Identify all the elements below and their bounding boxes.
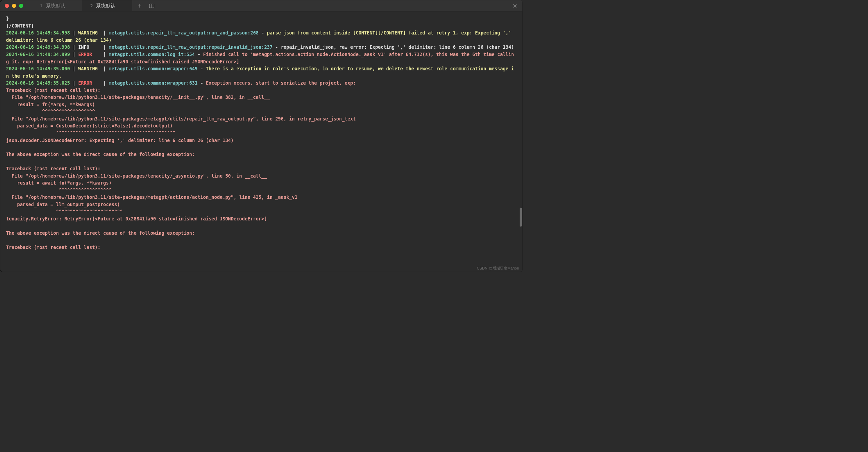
tab-actions [132,3,155,8]
tab-index: 2 [90,3,93,8]
terminal-window: 1 系统默认 2 系统默认 } [/CONTENT] 2024-06-16 14… [0,0,522,272]
log-level: ERROR [78,80,92,86]
split-pane-icon[interactable] [149,3,155,8]
tab-index: 1 [40,3,42,8]
output-line: } [6,16,9,21]
log-timestamp: 2024-06-16 14:49:34.998 [6,30,70,36]
log-level: WARNING [78,30,98,36]
log-source: metagpt.utils.common:wrapper:631 [109,80,198,86]
log-source: metagpt.utils.common:log_it:554 [109,52,195,57]
log-timestamp: 2024-06-16 14:49:35.000 [6,66,70,71]
scrollbar-thumb[interactable] [520,208,522,227]
watermark: CSDN @后端研发Marion [477,266,519,271]
maximize-icon[interactable] [19,4,23,8]
log-timestamp: 2024-06-16 14:49:35.025 [6,80,70,86]
log-level: ERROR [78,52,92,57]
tab-label: 系统默认 [46,2,65,9]
log-source: metagpt.utils.common:wrapper:649 [109,66,198,71]
log-timestamp: 2024-06-16 14:49:34.999 [6,52,70,57]
window-controls [5,4,23,8]
log-source: metagpt.utils.repair_llm_raw_output:run_… [109,30,259,36]
gear-icon[interactable] [512,3,518,9]
log-timestamp: 2024-06-16 14:49:34.998 [6,45,70,50]
log-level: WARNING [78,66,98,71]
minimize-icon[interactable] [12,4,16,8]
log-level: INFO [78,45,89,50]
svg-point-4 [514,5,516,6]
tab-label: 系统默认 [96,2,115,9]
tab-2[interactable]: 2 系统默认 [82,0,132,11]
log-message: repair_invalid_json, raw error: Expectin… [281,45,514,50]
new-tab-icon[interactable] [137,3,142,8]
log-message: Exception occurs, start to serialize the… [206,80,356,86]
output-line: [/CONTENT] [6,23,34,29]
close-icon[interactable] [5,4,9,8]
tab-bar: 1 系统默认 2 系统默认 [32,0,132,11]
titlebar: 1 系统默认 2 系统默认 [0,0,522,12]
traceback: Traceback (most recent call last): File … [6,88,356,250]
terminal-output[interactable]: } [/CONTENT] 2024-06-16 14:49:34.998 | W… [0,11,522,272]
log-source: metagpt.utils.repair_llm_raw_output:repa… [109,45,273,50]
tab-1[interactable]: 1 系统默认 [32,0,82,11]
